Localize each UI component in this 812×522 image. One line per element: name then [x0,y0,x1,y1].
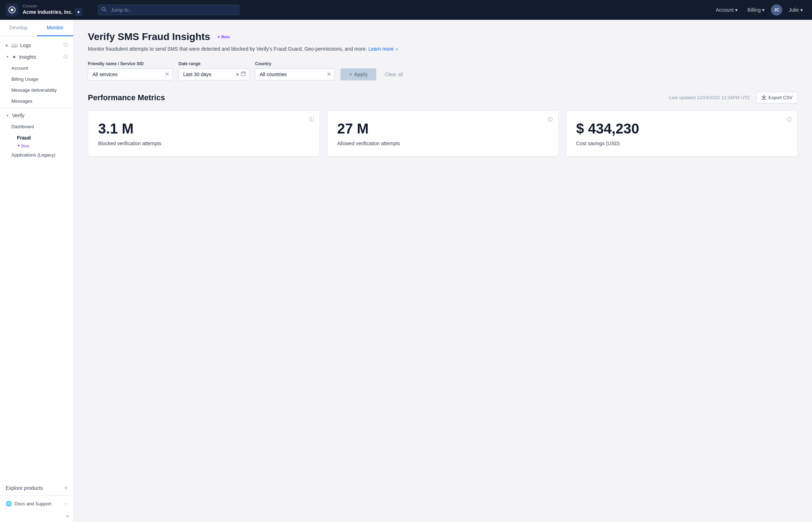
sidebar: Develop Monitor ▶ 📖 Logs ⓘ ▼ ✦ Insights … [0,20,74,522]
country-filter-wrap: ✕ [255,68,335,80]
last-updated-label: Last updated 12/24/2022 12:34PM UTC [669,95,750,100]
sidebar-bottom-divider [0,495,73,496]
top-navigation: Console Acme Industries, Inc. ▾ Account … [0,0,812,20]
search-input[interactable] [98,5,239,15]
cost-info-icon[interactable]: ⓘ [787,117,792,123]
docs-and-support[interactable]: 🌐 Docs and Support ⋯ [0,497,73,510]
service-filter-group: Friendly name / Service SID ✕ [88,61,173,80]
apply-button[interactable]: ≡ Apply [340,68,376,80]
page-beta-badge: ✦ Beta [214,34,232,40]
user-chevron-icon: ▾ [800,7,803,13]
chevron-icon: ▾ [77,9,80,15]
tab-monitor[interactable]: Monitor [37,20,74,36]
insights-info-icon: ⓘ [63,54,68,60]
blocked-info-icon[interactable]: ⓘ [309,117,314,123]
sidebar-item-applications-legacy[interactable]: Applications (Legacy) [0,149,73,160]
metric-card-cost-savings: ⓘ $ 434,230 Cost savings (USD) [566,110,798,157]
company-switcher-button[interactable]: ▾ [75,8,82,16]
blocked-label: Blocked verification attempts [98,141,310,146]
logs-info-icon: ⓘ [63,42,68,48]
metrics-meta: Last updated 12/24/2022 12:34PM UTC Expo… [669,92,798,103]
svg-point-1 [11,8,13,11]
metric-card-allowed: ⓘ 27 M Allowed verification attempts [327,110,559,157]
user-menu-button[interactable]: Julie ▾ [785,5,806,15]
clear-all-button[interactable]: Clear all [382,68,406,80]
sidebar-item-logs[interactable]: ▶ 📖 Logs ⓘ [0,39,73,51]
page-title: Verify SMS Fraud Insights [88,31,210,42]
brand-area: Console Acme Industries, Inc. ▾ [23,4,82,16]
metrics-title: Performance Metrics [88,93,165,102]
date-filter-group: Date range Last 30 days Last 7 days Last… [179,61,249,80]
blocked-value: 3.1 M [98,121,310,136]
learn-more-link[interactable]: Learn more ↗ [368,46,398,52]
account-nav-button[interactable]: Account ▾ [712,5,741,15]
svg-line-3 [105,10,106,12]
billing-nav-button[interactable]: Billing ▾ [744,5,768,15]
sidebar-item-messages[interactable]: Messages [0,96,73,107]
date-filter-label: Date range [179,61,249,66]
user-avatar[interactable]: JC [771,4,782,16]
sidebar-item-message-deliverability[interactable]: Message deliverability [0,85,73,96]
metrics-cards: ⓘ 3.1 M Blocked verification attempts ⓘ … [88,110,798,157]
sidebar-item-dashboard[interactable]: Dashboard [0,121,73,132]
book-icon: 📖 [11,42,17,48]
service-clear-button[interactable]: ✕ [165,72,169,77]
tab-develop[interactable]: Develop [0,20,37,36]
sidebar-item-verify[interactable]: ▼ Verify [0,110,73,121]
service-filter-wrap: ✕ [88,68,173,80]
sidebar-item-account[interactable]: Account [0,63,73,74]
collapse-sidebar-button[interactable]: « [0,510,73,522]
docs-ellipsis-icon: ⋯ [63,501,68,506]
allowed-info-icon[interactable]: ⓘ [548,117,553,123]
date-filter-select[interactable]: Last 30 days Last 7 days Last 90 days Cu… [179,68,249,80]
global-search [98,5,239,15]
country-filter-input[interactable] [255,68,335,80]
app-logo [6,4,18,16]
country-clear-button[interactable]: ✕ [327,72,331,77]
search-icon [101,7,106,13]
metrics-header: Performance Metrics Last updated 12/24/2… [88,92,798,103]
allowed-label: Allowed verification attempts [337,141,549,146]
country-filter-label: Country [255,61,335,66]
billing-chevron-icon: ▾ [762,7,765,13]
chevron-right-icon: ▶ [6,43,9,47]
beta-star-icon: ✦ [17,143,20,148]
collapse-icon: « [66,513,69,519]
export-csv-button[interactable]: Export CSV [756,92,798,103]
filters-row: Friendly name / Service SID ✕ Date range… [88,61,798,80]
country-filter-group: Country ✕ [255,61,335,80]
beta-sparkle-icon: ✦ [217,35,220,39]
sidebar-fraud-beta: ✦ Beta [17,143,73,149]
sidebar-tab-group: Develop Monitor [0,20,73,36]
allowed-value: 27 M [337,121,549,136]
page-layout: Develop Monitor ▶ 📖 Logs ⓘ ▼ ✦ Insights … [0,20,812,522]
account-chevron-icon: ▾ [735,7,738,13]
explore-products[interactable]: Explore products + [0,482,73,494]
company-name: Acme Industries, Inc. [23,9,73,15]
plus-icon: + [64,485,68,491]
globe-icon: 🌐 [6,501,12,506]
chevron-down-icon: ▼ [6,55,9,59]
console-label: Console [23,4,82,8]
service-filter-label: Friendly name / Service SID [88,61,173,66]
page-title-row: Verify SMS Fraud Insights ✦ Beta [88,31,798,42]
external-link-icon: ↗ [395,47,398,51]
sidebar-nav-section: ▶ 📖 Logs ⓘ ▼ ✦ Insights ⓘ Account Billin… [0,36,73,163]
main-content: Verify SMS Fraud Insights ✦ Beta Monitor… [74,20,812,522]
cost-value: $ 434,230 [576,121,788,136]
sidebar-divider [0,108,73,108]
download-icon [761,95,766,101]
nav-right-actions: Account ▾ Billing ▾ JC Julie ▾ [712,4,806,16]
date-filter-wrap: Last 30 days Last 7 days Last 90 days Cu… [179,68,249,80]
sidebar-item-billing-usage[interactable]: Billing Usage [0,74,73,85]
metric-card-blocked: ⓘ 3.1 M Blocked verification attempts [88,110,320,157]
service-filter-input[interactable] [88,68,173,80]
sidebar-item-insights[interactable]: ▼ ✦ Insights ⓘ [0,51,73,63]
sidebar-item-fraud[interactable]: Fraud [17,132,73,143]
filter-icon: ≡ [349,72,352,77]
page-description: Monitor fraudulent attempts to send SMS … [88,45,798,53]
sidebar-fraud-section: Fraud ✦ Beta [0,132,73,149]
lightbulb-icon: ✦ [12,54,16,60]
verify-chevron-icon: ▼ [6,114,9,118]
cost-label: Cost savings (USD) [576,141,788,146]
